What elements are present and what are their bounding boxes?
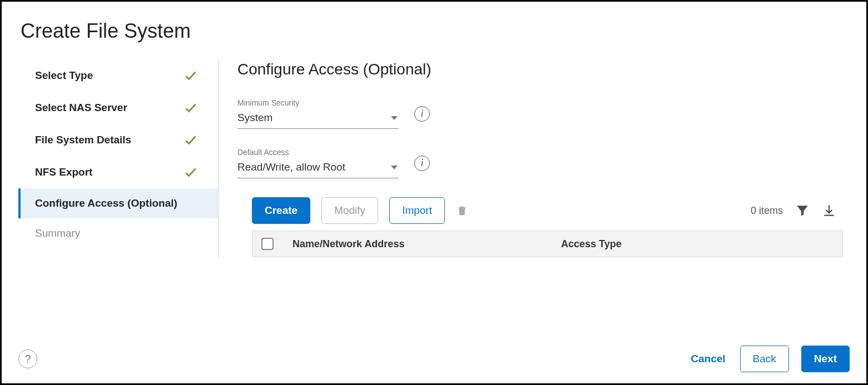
wizard-main-panel: Configure Access (Optional) Minimum Secu… (219, 59, 850, 257)
wizard-dialog: Create File System Select Type Select NA… (0, 0, 868, 385)
chevron-down-icon (391, 166, 398, 169)
help-icon[interactable]: ? (18, 349, 37, 368)
column-header-access[interactable]: Access Type (561, 238, 834, 250)
wizard-footer: ? Cancel Back Next (18, 346, 850, 372)
filter-icon[interactable] (795, 203, 810, 218)
back-button[interactable]: Back (740, 346, 789, 372)
step-label: Configure Access (Optional) (35, 197, 177, 209)
select-value: Read/Write, allow Root (237, 161, 345, 173)
step-configure-access[interactable]: Configure Access (Optional) (18, 188, 218, 218)
field-label: Default Access (237, 148, 399, 157)
import-button[interactable]: Import (389, 197, 445, 224)
step-label: Select NAS Server (35, 102, 127, 114)
step-label: NFS Export (35, 166, 92, 178)
default-access-field: Default Access Read/Write, allow Root (237, 148, 399, 178)
checkmark-icon (183, 133, 198, 147)
next-button[interactable]: Next (801, 346, 850, 372)
column-header-name[interactable]: Name/Network Address (289, 238, 561, 250)
cancel-button[interactable]: Cancel (688, 348, 727, 369)
minimum-security-field: Minimum Security System (237, 98, 399, 129)
field-label: Minimum Security (237, 98, 399, 107)
select-value: System (237, 112, 272, 124)
toolbar-right: 0 items (751, 203, 843, 218)
step-select-type[interactable]: Select Type (18, 59, 218, 92)
toolbar-left: Create Modify Import (252, 197, 468, 224)
footer-actions: Cancel Back Next (688, 346, 850, 372)
info-icon[interactable]: i (414, 106, 430, 122)
wizard-body: Select Type Select NAS Server File Syste… (18, 59, 850, 257)
select-all-cell (261, 238, 289, 250)
step-nfs-export[interactable]: NFS Export (18, 156, 218, 188)
panel-heading: Configure Access (Optional) (237, 61, 843, 78)
step-select-nas-server[interactable]: Select NAS Server (18, 92, 218, 124)
trash-icon (456, 203, 468, 218)
step-summary[interactable]: Summary (18, 218, 218, 248)
default-access-row: Default Access Read/Write, allow Root i (237, 148, 843, 178)
step-label: Summary (35, 227, 80, 239)
step-file-system-details[interactable]: File System Details (18, 124, 218, 156)
info-icon[interactable]: i (414, 156, 430, 171)
hosts-table: Name/Network Address Access Type (252, 231, 843, 257)
hosts-toolbar: Create Modify Import 0 items (252, 197, 843, 224)
minimum-security-row: Minimum Security System i (237, 98, 843, 129)
modify-button: Modify (321, 197, 378, 224)
checkmark-icon (183, 165, 198, 179)
select-all-checkbox[interactable] (261, 238, 274, 250)
step-label: Select Type (35, 69, 93, 82)
minimum-security-select[interactable]: System (237, 109, 399, 129)
items-count: 0 items (751, 205, 783, 217)
default-access-select[interactable]: Read/Write, allow Root (237, 159, 399, 178)
download-icon[interactable] (822, 203, 836, 218)
wizard-steps-sidebar: Select Type Select NAS Server File Syste… (18, 59, 219, 257)
checkmark-icon (183, 68, 198, 83)
step-label: File System Details (35, 134, 131, 146)
chevron-down-icon (391, 116, 398, 120)
create-button[interactable]: Create (252, 197, 310, 224)
checkmark-icon (183, 101, 198, 115)
table-header-row: Name/Network Address Access Type (252, 231, 842, 257)
page-title: Create File System (21, 19, 850, 43)
